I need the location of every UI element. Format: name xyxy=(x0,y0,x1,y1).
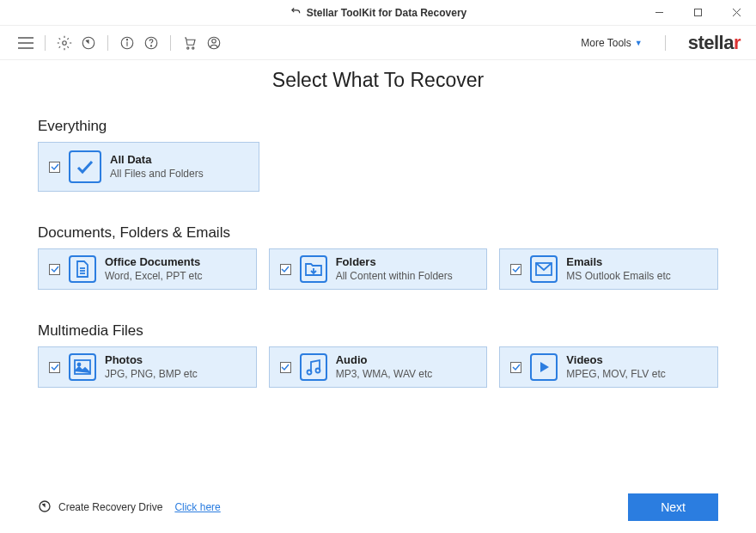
checkbox-all-data[interactable] xyxy=(49,162,60,173)
logo: stellar xyxy=(688,32,741,54)
card-photos[interactable]: Photos JPG, PNG, BMP etc xyxy=(38,346,257,388)
footer: Create Recovery Drive Click here Next xyxy=(0,493,756,521)
help-icon[interactable] xyxy=(141,33,162,53)
checkbox[interactable] xyxy=(49,362,60,373)
chevron-down-icon: ▼ xyxy=(635,39,643,47)
card-desc: MS Outlook Emails etc xyxy=(566,270,707,284)
svg-point-25 xyxy=(307,371,311,375)
divider xyxy=(45,35,46,51)
document-icon xyxy=(69,255,96,283)
card-videos[interactable]: Videos MPEG, MOV, FLV etc xyxy=(499,346,718,388)
maximize-button[interactable] xyxy=(679,0,717,25)
video-icon xyxy=(530,353,558,381)
svg-point-7 xyxy=(63,40,67,45)
page-title: Select What To Recover xyxy=(38,69,718,92)
svg-point-15 xyxy=(192,46,194,48)
card-desc: All Files and Folders xyxy=(110,168,248,181)
footer-left: Create Recovery Drive Click here xyxy=(38,499,221,516)
card-desc: Word, Excel, PPT etc xyxy=(105,270,246,284)
titlebar: Stellar ToolKit for Data Recovery xyxy=(0,0,756,26)
back-icon xyxy=(290,5,302,20)
card-title: Audio xyxy=(336,353,477,368)
card-title: Office Documents xyxy=(105,255,246,270)
email-icon xyxy=(530,255,558,283)
checkbox[interactable] xyxy=(280,264,291,275)
photo-icon xyxy=(69,353,96,381)
cart-icon[interactable] xyxy=(180,33,200,53)
recovery-drive-icon xyxy=(38,499,52,516)
toolbar-right: More Tools ▼ stellar xyxy=(581,32,741,54)
info-icon[interactable] xyxy=(117,33,137,53)
window-controls xyxy=(640,0,756,25)
svg-point-11 xyxy=(126,39,127,40)
toolbar-left xyxy=(15,33,224,53)
user-icon[interactable] xyxy=(204,33,224,53)
svg-point-13 xyxy=(150,45,151,46)
checkbox[interactable] xyxy=(510,362,521,373)
card-desc: MP3, WMA, WAV etc xyxy=(336,368,477,382)
divider xyxy=(107,35,108,51)
next-button[interactable]: Next xyxy=(628,493,718,521)
card-folders[interactable]: Folders All Content within Folders xyxy=(269,248,488,290)
close-button[interactable] xyxy=(717,0,756,25)
card-desc: All Content within Folders xyxy=(336,270,477,284)
more-tools-label: More Tools xyxy=(581,37,631,49)
divider xyxy=(170,35,171,51)
more-tools-dropdown[interactable]: More Tools ▼ xyxy=(581,37,642,49)
card-title: Videos xyxy=(566,353,707,368)
checkbox[interactable] xyxy=(280,362,291,373)
content: Select What To Recover Everything All Da… xyxy=(0,60,756,388)
gear-icon[interactable] xyxy=(54,33,75,53)
section-title: Everything xyxy=(38,118,718,135)
section-documents: Documents, Folders & Emails Office Docum… xyxy=(38,224,718,290)
menu-icon[interactable] xyxy=(15,33,36,53)
section-everything: Everything All Data All Files and Folder… xyxy=(38,118,718,192)
checkmark-icon xyxy=(69,150,101,183)
svg-point-14 xyxy=(187,46,189,48)
svg-point-17 xyxy=(212,39,216,43)
card-desc: MPEG, MOV, FLV etc xyxy=(566,368,707,382)
card-all-data[interactable]: All Data All Files and Folders xyxy=(38,142,259,192)
toolbar: More Tools ▼ stellar xyxy=(0,26,756,60)
card-desc: JPG, PNG, BMP etc xyxy=(105,368,246,382)
recovery-drive-label: Create Recovery Drive xyxy=(58,501,162,513)
divider xyxy=(665,35,666,51)
svg-marker-27 xyxy=(540,362,549,372)
card-title: All Data xyxy=(110,153,248,168)
audio-icon xyxy=(300,353,327,381)
svg-point-24 xyxy=(78,364,81,366)
history-icon[interactable] xyxy=(78,33,99,53)
svg-rect-1 xyxy=(695,9,702,16)
checkbox[interactable] xyxy=(49,264,60,275)
checkbox[interactable] xyxy=(510,264,521,275)
section-title: Documents, Folders & Emails xyxy=(38,224,718,242)
minimize-button[interactable] xyxy=(640,0,679,25)
folder-icon xyxy=(300,255,327,283)
card-title: Emails xyxy=(566,255,707,270)
card-title: Photos xyxy=(105,353,246,368)
card-title: Folders xyxy=(336,255,477,270)
window-title: Stellar ToolKit for Data Recovery xyxy=(307,7,467,19)
section-multimedia: Multimedia Files Photos JPG, PNG, BMP et… xyxy=(38,322,718,388)
svg-point-26 xyxy=(315,369,320,373)
click-here-link[interactable]: Click here xyxy=(174,501,220,513)
section-title: Multimedia Files xyxy=(38,322,718,340)
card-office-documents[interactable]: Office Documents Word, Excel, PPT etc xyxy=(38,248,257,290)
card-audio[interactable]: Audio MP3, WMA, WAV etc xyxy=(269,346,488,388)
window-title-wrap: Stellar ToolKit for Data Recovery xyxy=(290,5,467,20)
card-emails[interactable]: Emails MS Outlook Emails etc xyxy=(499,248,718,290)
